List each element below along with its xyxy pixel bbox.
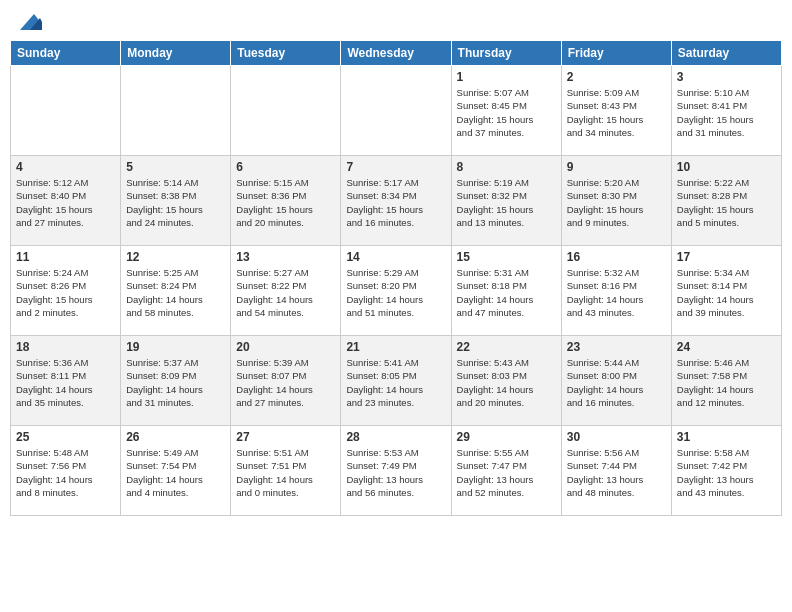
calendar-cell: 10Sunrise: 5:22 AM Sunset: 8:28 PM Dayli… bbox=[671, 156, 781, 246]
calendar-cell: 2Sunrise: 5:09 AM Sunset: 8:43 PM Daylig… bbox=[561, 66, 671, 156]
day-info: Sunrise: 5:12 AM Sunset: 8:40 PM Dayligh… bbox=[16, 176, 115, 229]
day-info: Sunrise: 5:34 AM Sunset: 8:14 PM Dayligh… bbox=[677, 266, 776, 319]
day-info: Sunrise: 5:44 AM Sunset: 8:00 PM Dayligh… bbox=[567, 356, 666, 409]
calendar-week-row: 11Sunrise: 5:24 AM Sunset: 8:26 PM Dayli… bbox=[11, 246, 782, 336]
day-info: Sunrise: 5:48 AM Sunset: 7:56 PM Dayligh… bbox=[16, 446, 115, 499]
day-number: 12 bbox=[126, 250, 225, 264]
day-info: Sunrise: 5:43 AM Sunset: 8:03 PM Dayligh… bbox=[457, 356, 556, 409]
day-info: Sunrise: 5:31 AM Sunset: 8:18 PM Dayligh… bbox=[457, 266, 556, 319]
page-header bbox=[10, 10, 782, 32]
calendar-cell: 17Sunrise: 5:34 AM Sunset: 8:14 PM Dayli… bbox=[671, 246, 781, 336]
calendar-week-row: 18Sunrise: 5:36 AM Sunset: 8:11 PM Dayli… bbox=[11, 336, 782, 426]
day-info: Sunrise: 5:49 AM Sunset: 7:54 PM Dayligh… bbox=[126, 446, 225, 499]
day-number: 28 bbox=[346, 430, 445, 444]
day-number: 23 bbox=[567, 340, 666, 354]
day-info: Sunrise: 5:07 AM Sunset: 8:45 PM Dayligh… bbox=[457, 86, 556, 139]
day-number: 25 bbox=[16, 430, 115, 444]
calendar-cell bbox=[341, 66, 451, 156]
day-number: 21 bbox=[346, 340, 445, 354]
day-of-week-header: Friday bbox=[561, 41, 671, 66]
calendar-cell: 9Sunrise: 5:20 AM Sunset: 8:30 PM Daylig… bbox=[561, 156, 671, 246]
day-number: 24 bbox=[677, 340, 776, 354]
calendar-cell: 24Sunrise: 5:46 AM Sunset: 7:58 PM Dayli… bbox=[671, 336, 781, 426]
day-info: Sunrise: 5:32 AM Sunset: 8:16 PM Dayligh… bbox=[567, 266, 666, 319]
day-number: 9 bbox=[567, 160, 666, 174]
day-info: Sunrise: 5:53 AM Sunset: 7:49 PM Dayligh… bbox=[346, 446, 445, 499]
calendar-cell: 26Sunrise: 5:49 AM Sunset: 7:54 PM Dayli… bbox=[121, 426, 231, 516]
day-number: 22 bbox=[457, 340, 556, 354]
day-number: 7 bbox=[346, 160, 445, 174]
calendar-cell: 20Sunrise: 5:39 AM Sunset: 8:07 PM Dayli… bbox=[231, 336, 341, 426]
day-info: Sunrise: 5:37 AM Sunset: 8:09 PM Dayligh… bbox=[126, 356, 225, 409]
day-info: Sunrise: 5:46 AM Sunset: 7:58 PM Dayligh… bbox=[677, 356, 776, 409]
day-number: 15 bbox=[457, 250, 556, 264]
day-number: 14 bbox=[346, 250, 445, 264]
calendar-cell: 18Sunrise: 5:36 AM Sunset: 8:11 PM Dayli… bbox=[11, 336, 121, 426]
day-info: Sunrise: 5:25 AM Sunset: 8:24 PM Dayligh… bbox=[126, 266, 225, 319]
calendar-cell: 16Sunrise: 5:32 AM Sunset: 8:16 PM Dayli… bbox=[561, 246, 671, 336]
calendar-cell: 29Sunrise: 5:55 AM Sunset: 7:47 PM Dayli… bbox=[451, 426, 561, 516]
day-of-week-header: Wednesday bbox=[341, 41, 451, 66]
calendar-week-row: 25Sunrise: 5:48 AM Sunset: 7:56 PM Dayli… bbox=[11, 426, 782, 516]
day-of-week-header: Thursday bbox=[451, 41, 561, 66]
calendar-header-row: SundayMondayTuesdayWednesdayThursdayFrid… bbox=[11, 41, 782, 66]
day-number: 17 bbox=[677, 250, 776, 264]
day-of-week-header: Tuesday bbox=[231, 41, 341, 66]
calendar-cell: 7Sunrise: 5:17 AM Sunset: 8:34 PM Daylig… bbox=[341, 156, 451, 246]
day-info: Sunrise: 5:41 AM Sunset: 8:05 PM Dayligh… bbox=[346, 356, 445, 409]
calendar-cell: 5Sunrise: 5:14 AM Sunset: 8:38 PM Daylig… bbox=[121, 156, 231, 246]
calendar-cell: 1Sunrise: 5:07 AM Sunset: 8:45 PM Daylig… bbox=[451, 66, 561, 156]
day-number: 18 bbox=[16, 340, 115, 354]
day-info: Sunrise: 5:14 AM Sunset: 8:38 PM Dayligh… bbox=[126, 176, 225, 229]
calendar-cell: 8Sunrise: 5:19 AM Sunset: 8:32 PM Daylig… bbox=[451, 156, 561, 246]
calendar-cell: 25Sunrise: 5:48 AM Sunset: 7:56 PM Dayli… bbox=[11, 426, 121, 516]
calendar-cell: 12Sunrise: 5:25 AM Sunset: 8:24 PM Dayli… bbox=[121, 246, 231, 336]
calendar-cell: 28Sunrise: 5:53 AM Sunset: 7:49 PM Dayli… bbox=[341, 426, 451, 516]
day-info: Sunrise: 5:56 AM Sunset: 7:44 PM Dayligh… bbox=[567, 446, 666, 499]
day-number: 30 bbox=[567, 430, 666, 444]
day-number: 3 bbox=[677, 70, 776, 84]
calendar-cell: 13Sunrise: 5:27 AM Sunset: 8:22 PM Dayli… bbox=[231, 246, 341, 336]
day-info: Sunrise: 5:22 AM Sunset: 8:28 PM Dayligh… bbox=[677, 176, 776, 229]
day-info: Sunrise: 5:10 AM Sunset: 8:41 PM Dayligh… bbox=[677, 86, 776, 139]
day-info: Sunrise: 5:58 AM Sunset: 7:42 PM Dayligh… bbox=[677, 446, 776, 499]
calendar-cell: 14Sunrise: 5:29 AM Sunset: 8:20 PM Dayli… bbox=[341, 246, 451, 336]
day-info: Sunrise: 5:51 AM Sunset: 7:51 PM Dayligh… bbox=[236, 446, 335, 499]
logo bbox=[10, 10, 44, 32]
calendar-cell: 21Sunrise: 5:41 AM Sunset: 8:05 PM Dayli… bbox=[341, 336, 451, 426]
calendar-cell: 27Sunrise: 5:51 AM Sunset: 7:51 PM Dayli… bbox=[231, 426, 341, 516]
day-number: 26 bbox=[126, 430, 225, 444]
day-number: 20 bbox=[236, 340, 335, 354]
day-info: Sunrise: 5:39 AM Sunset: 8:07 PM Dayligh… bbox=[236, 356, 335, 409]
day-number: 8 bbox=[457, 160, 556, 174]
calendar-cell: 4Sunrise: 5:12 AM Sunset: 8:40 PM Daylig… bbox=[11, 156, 121, 246]
day-info: Sunrise: 5:17 AM Sunset: 8:34 PM Dayligh… bbox=[346, 176, 445, 229]
day-number: 31 bbox=[677, 430, 776, 444]
day-number: 5 bbox=[126, 160, 225, 174]
calendar-cell: 11Sunrise: 5:24 AM Sunset: 8:26 PM Dayli… bbox=[11, 246, 121, 336]
day-of-week-header: Saturday bbox=[671, 41, 781, 66]
calendar-cell: 3Sunrise: 5:10 AM Sunset: 8:41 PM Daylig… bbox=[671, 66, 781, 156]
day-number: 4 bbox=[16, 160, 115, 174]
day-info: Sunrise: 5:19 AM Sunset: 8:32 PM Dayligh… bbox=[457, 176, 556, 229]
calendar-cell: 30Sunrise: 5:56 AM Sunset: 7:44 PM Dayli… bbox=[561, 426, 671, 516]
calendar-cell bbox=[121, 66, 231, 156]
calendar-week-row: 4Sunrise: 5:12 AM Sunset: 8:40 PM Daylig… bbox=[11, 156, 782, 246]
day-of-week-header: Sunday bbox=[11, 41, 121, 66]
day-info: Sunrise: 5:29 AM Sunset: 8:20 PM Dayligh… bbox=[346, 266, 445, 319]
day-info: Sunrise: 5:09 AM Sunset: 8:43 PM Dayligh… bbox=[567, 86, 666, 139]
day-info: Sunrise: 5:24 AM Sunset: 8:26 PM Dayligh… bbox=[16, 266, 115, 319]
day-number: 11 bbox=[16, 250, 115, 264]
calendar-cell: 22Sunrise: 5:43 AM Sunset: 8:03 PM Dayli… bbox=[451, 336, 561, 426]
calendar-cell bbox=[231, 66, 341, 156]
day-number: 19 bbox=[126, 340, 225, 354]
day-info: Sunrise: 5:27 AM Sunset: 8:22 PM Dayligh… bbox=[236, 266, 335, 319]
day-of-week-header: Monday bbox=[121, 41, 231, 66]
calendar-cell: 31Sunrise: 5:58 AM Sunset: 7:42 PM Dayli… bbox=[671, 426, 781, 516]
day-info: Sunrise: 5:55 AM Sunset: 7:47 PM Dayligh… bbox=[457, 446, 556, 499]
day-number: 29 bbox=[457, 430, 556, 444]
day-number: 27 bbox=[236, 430, 335, 444]
logo-icon bbox=[12, 10, 42, 36]
logo-text bbox=[10, 10, 44, 32]
day-number: 1 bbox=[457, 70, 556, 84]
